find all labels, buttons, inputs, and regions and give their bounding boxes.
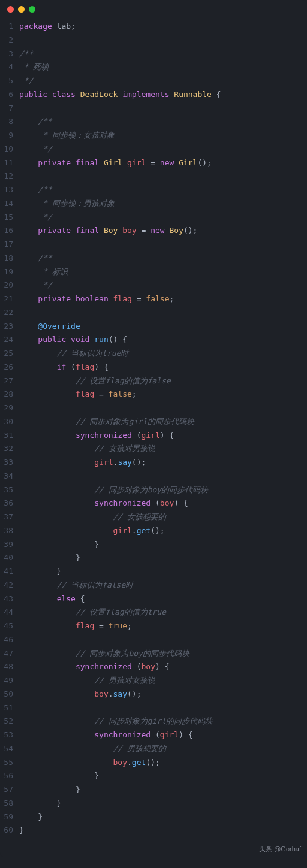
- code-line[interactable]: 22: [0, 306, 307, 320]
- code-content[interactable]: // 设置flag的值为false: [19, 374, 307, 388]
- code-line[interactable]: 54 // 男孩想要的: [0, 742, 307, 756]
- code-line[interactable]: 27 // 设置flag的值为false: [0, 374, 307, 388]
- code-content[interactable]: */: [19, 143, 307, 156]
- code-content[interactable]: * 同步锁：女孩对象: [19, 129, 307, 143]
- code-line[interactable]: 34: [0, 470, 307, 483]
- code-line[interactable]: 11 private final Girl girl = new Girl();: [0, 156, 307, 170]
- code-line[interactable]: 16 private final Boy boy = new Boy();: [0, 224, 307, 238]
- code-line[interactable]: 24 public void run() {: [0, 333, 307, 347]
- code-content[interactable]: /**: [19, 47, 307, 61]
- code-content[interactable]: }: [19, 783, 307, 797]
- code-content[interactable]: private boolean flag = false;: [19, 292, 307, 306]
- code-line[interactable]: 30 // 同步对象为girl的同步代码块: [0, 415, 307, 429]
- code-line[interactable]: 47 // 同步对象为boy的同步代码块: [0, 647, 307, 661]
- code-line[interactable]: 33 girl.say();: [0, 456, 307, 470]
- close-icon[interactable]: [7, 6, 14, 13]
- code-content[interactable]: if (flag) {: [19, 361, 307, 374]
- code-content[interactable]: /**: [19, 115, 307, 129]
- code-content[interactable]: // 当标识为true时: [19, 347, 307, 361]
- code-content[interactable]: // 女孩想要的: [19, 510, 307, 524]
- code-line[interactable]: 46: [0, 633, 307, 647]
- code-content[interactable]: // 同步对象为boy的同步代码块: [19, 647, 307, 661]
- code-line[interactable]: 15 */: [0, 211, 307, 225]
- maximize-icon[interactable]: [29, 6, 35, 13]
- code-content[interactable]: boy.say();: [19, 688, 307, 701]
- code-content[interactable]: [19, 401, 307, 415]
- code-content[interactable]: * 死锁: [19, 61, 307, 74]
- code-line[interactable]: 43 else {: [0, 592, 307, 606]
- code-line[interactable]: 19 * 标识: [0, 265, 307, 279]
- code-content[interactable]: * 标识: [19, 265, 307, 279]
- code-content[interactable]: // 当标识为false时: [19, 579, 307, 592]
- code-line[interactable]: 4 * 死锁: [0, 61, 307, 74]
- code-line[interactable]: 20 */: [0, 279, 307, 292]
- code-content[interactable]: [19, 306, 307, 320]
- code-content[interactable]: synchronized (girl) {: [19, 429, 307, 443]
- code-line[interactable]: 14 * 同步锁：男孩对象: [0, 197, 307, 211]
- code-content[interactable]: synchronized (girl) {: [19, 728, 307, 742]
- code-content[interactable]: }: [19, 824, 307, 837]
- code-line[interactable]: 18 /**: [0, 252, 307, 265]
- code-line[interactable]: 10 */: [0, 143, 307, 156]
- code-line[interactable]: 51: [0, 701, 307, 715]
- code-content[interactable]: // 男孩想要的: [19, 742, 307, 756]
- code-line[interactable]: 55 boy.get();: [0, 756, 307, 770]
- code-content[interactable]: private final Girl girl = new Girl();: [19, 156, 307, 170]
- code-content[interactable]: // 男孩对女孩说: [19, 674, 307, 688]
- code-line[interactable]: 26 if (flag) {: [0, 361, 307, 374]
- code-line[interactable]: 5 */: [0, 74, 307, 88]
- code-line[interactable]: 39 }: [0, 538, 307, 552]
- code-line[interactable]: 9 * 同步锁：女孩对象: [0, 129, 307, 143]
- code-content[interactable]: [19, 170, 307, 183]
- code-line[interactable]: 50 boy.say();: [0, 688, 307, 701]
- code-line[interactable]: 3/**: [0, 47, 307, 61]
- code-line[interactable]: 13 /**: [0, 183, 307, 197]
- code-line[interactable]: 6public class DeadLock implements Runnab…: [0, 88, 307, 102]
- code-content[interactable]: flag = false;: [19, 388, 307, 401]
- code-editor[interactable]: 1package lab;23/**4 * 死锁5 */6public clas…: [0, 17, 307, 842]
- code-content[interactable]: }: [19, 565, 307, 579]
- code-line[interactable]: 56 }: [0, 769, 307, 783]
- code-content[interactable]: // 同步对象为boy的同步代码块: [19, 483, 307, 497]
- code-line[interactable]: 44 // 设置flag的值为true: [0, 606, 307, 619]
- code-line[interactable]: 49 // 男孩对女孩说: [0, 674, 307, 688]
- code-line[interactable]: 60}: [0, 824, 307, 837]
- code-content[interactable]: /**: [19, 252, 307, 265]
- code-content[interactable]: }: [19, 551, 307, 565]
- code-content[interactable]: public class DeadLock implements Runnabl…: [19, 88, 307, 102]
- code-content[interactable]: flag = true;: [19, 619, 307, 633]
- code-line[interactable]: 41 }: [0, 565, 307, 579]
- code-line[interactable]: 52 // 同步对象为girl的同步代码块: [0, 715, 307, 728]
- code-line[interactable]: 25 // 当标识为true时: [0, 347, 307, 361]
- code-line[interactable]: 45 flag = true;: [0, 619, 307, 633]
- code-content[interactable]: */: [19, 211, 307, 225]
- code-content[interactable]: girl.get();: [19, 524, 307, 538]
- code-content[interactable]: }: [19, 810, 307, 824]
- code-content[interactable]: synchronized (boy) {: [19, 497, 307, 510]
- code-line[interactable]: 42 // 当标识为false时: [0, 579, 307, 592]
- code-content[interactable]: */: [19, 74, 307, 88]
- code-content[interactable]: [19, 238, 307, 252]
- code-line[interactable]: 17: [0, 238, 307, 252]
- code-line[interactable]: 57 }: [0, 783, 307, 797]
- code-content[interactable]: @Override: [19, 320, 307, 334]
- code-content[interactable]: else {: [19, 592, 307, 606]
- code-content[interactable]: }: [19, 797, 307, 810]
- code-line[interactable]: 37 // 女孩想要的: [0, 510, 307, 524]
- code-content[interactable]: public void run() {: [19, 333, 307, 347]
- code-content[interactable]: girl.say();: [19, 456, 307, 470]
- code-line[interactable]: 53 synchronized (girl) {: [0, 728, 307, 742]
- code-line[interactable]: 35 // 同步对象为boy的同步代码块: [0, 483, 307, 497]
- code-line[interactable]: 1package lab;: [0, 20, 307, 34]
- code-content[interactable]: package lab;: [19, 20, 307, 34]
- code-line[interactable]: 40 }: [0, 551, 307, 565]
- code-content[interactable]: [19, 633, 307, 647]
- code-line[interactable]: 12: [0, 170, 307, 183]
- code-content[interactable]: // 女孩对男孩说: [19, 442, 307, 456]
- code-line[interactable]: 32 // 女孩对男孩说: [0, 442, 307, 456]
- code-content[interactable]: // 设置flag的值为true: [19, 606, 307, 619]
- code-content[interactable]: private final Boy boy = new Boy();: [19, 224, 307, 238]
- code-line[interactable]: 8 /**: [0, 115, 307, 129]
- code-content[interactable]: /**: [19, 183, 307, 197]
- code-line[interactable]: 31 synchronized (girl) {: [0, 429, 307, 443]
